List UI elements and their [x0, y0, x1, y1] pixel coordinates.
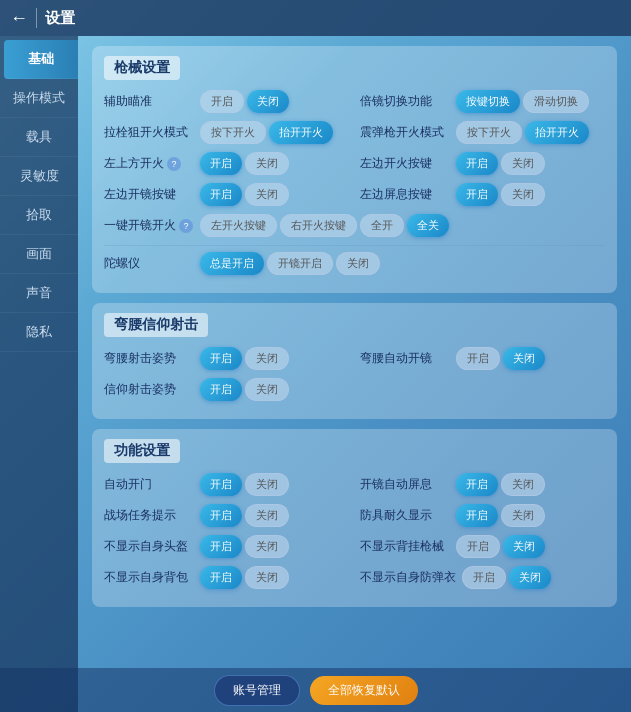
sidebar-item-vehicle[interactable]: 载具 — [0, 118, 78, 157]
no-backpack-off-btn[interactable]: 关闭 — [245, 566, 289, 589]
content-area: 枪械设置 辅助瞄准 开启 关闭 倍镜切换功能 按键切换 滑动切换 — [78, 36, 631, 712]
bolt-mode-btn1[interactable]: 按下开火 — [200, 121, 266, 144]
one-key-btn3[interactable]: 全开 — [360, 214, 404, 237]
battle-task-row: 战场任务提示 开启 关闭 — [104, 504, 350, 527]
left-fire-btn-label: 左边开火按键 — [360, 155, 450, 172]
scope-auto-hide-label: 开镜自动屏息 — [360, 476, 450, 493]
battle-task-on-btn[interactable]: 开启 — [200, 504, 242, 527]
grenade-mode-buttons: 按下开火 抬开开火 — [456, 121, 589, 144]
gyro-btn1[interactable]: 总是开启 — [200, 252, 264, 275]
no-vest-on-btn[interactable]: 开启 — [462, 566, 506, 589]
left-scope-off-btn[interactable]: 关闭 — [245, 183, 289, 206]
one-key-help-icon[interactable]: ? — [179, 219, 193, 233]
battle-task-off-btn[interactable]: 关闭 — [245, 504, 289, 527]
left-scope-btn-label: 左边开镜按键 — [104, 186, 194, 203]
crouch-settings-section: 弯腰信仰射击 弯腰射击姿势 开启 关闭 弯腰自动开镜 开启 关闭 — [92, 303, 617, 419]
crouch-posture-off-btn[interactable]: 关闭 — [245, 347, 289, 370]
left-screen-btn-row: 左边屏息按键 开启 关闭 — [360, 183, 606, 206]
func-row4: 不显示自身背包 开启 关闭 不显示自身防弹衣 开启 关闭 — [104, 566, 605, 589]
sidebar-item-pickup[interactable]: 拾取 — [0, 196, 78, 235]
prone-posture-off-btn[interactable]: 关闭 — [245, 378, 289, 401]
crouch-auto-scope-row: 弯腰自动开镜 开启 关闭 — [360, 347, 606, 370]
battle-task-label: 战场任务提示 — [104, 507, 194, 524]
sidebar-item-sound[interactable]: 声音 — [0, 274, 78, 313]
no-helmet-on-btn[interactable]: 开启 — [200, 535, 242, 558]
no-vest-label: 不显示自身防弹衣 — [360, 569, 456, 586]
sidebar-item-operation[interactable]: 操作模式 — [0, 79, 78, 118]
auto-door-label: 自动开门 — [104, 476, 194, 493]
crouch-auto-scope-off-btn[interactable]: 关闭 — [503, 347, 545, 370]
sidebar-item-privacy[interactable]: 隐私 — [0, 313, 78, 352]
armor-display-off-btn[interactable]: 关闭 — [501, 504, 545, 527]
prone-posture-on-btn[interactable]: 开启 — [200, 378, 242, 401]
crouch-auto-scope-on-btn[interactable]: 开启 — [456, 347, 500, 370]
scope-switch-buttons: 按键切换 滑动切换 — [456, 90, 589, 113]
one-key-btn2[interactable]: 右开火按键 — [280, 214, 357, 237]
left-screen-on-btn[interactable]: 开启 — [456, 183, 498, 206]
upper-left-fire-row: 左上方开火 ? 开启 关闭 — [104, 152, 350, 175]
grenade-mode-btn2[interactable]: 抬开开火 — [525, 121, 589, 144]
scope-switch-btn2[interactable]: 滑动切换 — [523, 90, 589, 113]
sidebar-item-basic[interactable]: 基础 — [4, 40, 78, 79]
one-key-btn1[interactable]: 左开火按键 — [200, 214, 277, 237]
no-vest-off-btn[interactable]: 关闭 — [509, 566, 551, 589]
no-backpack-on-btn[interactable]: 开启 — [200, 566, 242, 589]
no-backgun-on-btn[interactable]: 开启 — [456, 535, 500, 558]
no-backpack-buttons: 开启 关闭 — [200, 566, 289, 589]
gyro-btn3[interactable]: 关闭 — [336, 252, 380, 275]
gyro-btn2[interactable]: 开镜开启 — [267, 252, 333, 275]
sidebar-item-screen[interactable]: 画面 — [0, 235, 78, 274]
left-scope-on-btn[interactable]: 开启 — [200, 183, 242, 206]
armor-display-row: 防具耐久显示 开启 关闭 — [360, 504, 606, 527]
auto-door-off-btn[interactable]: 关闭 — [245, 473, 289, 496]
gyro-buttons: 总是开启 开镜开启 关闭 — [200, 252, 380, 275]
one-key-scope-label: 一键开镜开火 ? — [104, 217, 194, 234]
sidebar: 基础 操作模式 载具 灵敏度 拾取 画面 声音 隐私 — [0, 36, 78, 712]
gun-row2: 拉栓狙开火模式 按下开火 抬开开火 震弹枪开火模式 按下开火 抬开开火 — [104, 121, 605, 144]
scope-switch-btn1[interactable]: 按键切换 — [456, 90, 520, 113]
auto-door-on-btn[interactable]: 开启 — [200, 473, 242, 496]
bolt-mode-btn2[interactable]: 抬开开火 — [269, 121, 333, 144]
aim-assist-on-btn[interactable]: 开启 — [200, 90, 244, 113]
one-key-scope-buttons: 左开火按键 右开火按键 全开 全关 — [200, 214, 449, 237]
upper-left-fire-on-btn[interactable]: 开启 — [200, 152, 242, 175]
auto-door-row: 自动开门 开启 关闭 — [104, 473, 350, 496]
aim-assist-off-btn[interactable]: 关闭 — [247, 90, 289, 113]
func-row1: 自动开门 开启 关闭 开镜自动屏息 开启 关闭 — [104, 473, 605, 496]
gun-section-title: 枪械设置 — [104, 56, 180, 80]
one-key-btn4[interactable]: 全关 — [407, 214, 449, 237]
aim-assist-label: 辅助瞄准 — [104, 93, 194, 110]
reset-all-button[interactable]: 全部恢复默认 — [310, 676, 418, 705]
left-screen-off-btn[interactable]: 关闭 — [501, 183, 545, 206]
left-fire-btn-buttons: 开启 关闭 — [456, 152, 545, 175]
back-button[interactable]: ← — [10, 8, 28, 29]
left-fire-btn-on[interactable]: 开启 — [456, 152, 498, 175]
scope-switch-row: 倍镜切换功能 按键切换 滑动切换 — [360, 90, 606, 113]
no-helmet-off-btn[interactable]: 关闭 — [245, 535, 289, 558]
left-fire-btn-off[interactable]: 关闭 — [501, 152, 545, 175]
account-manage-button[interactable]: 账号管理 — [214, 675, 300, 706]
left-screen-btn-label: 左边屏息按键 — [360, 186, 450, 203]
gun-row1: 辅助瞄准 开启 关闭 倍镜切换功能 按键切换 滑动切换 — [104, 90, 605, 113]
scope-auto-hide-on-btn[interactable]: 开启 — [456, 473, 498, 496]
prone-posture-buttons: 开启 关闭 — [200, 378, 289, 401]
bolt-mode-buttons: 按下开火 抬开开火 — [200, 121, 333, 144]
scope-auto-hide-buttons: 开启 关闭 — [456, 473, 545, 496]
crouch-posture-label: 弯腰射击姿势 — [104, 350, 194, 367]
crouch-auto-scope-buttons: 开启 关闭 — [456, 347, 545, 370]
armor-display-on-btn[interactable]: 开启 — [456, 504, 498, 527]
upper-left-fire-help-icon[interactable]: ? — [167, 157, 181, 171]
sidebar-item-sensitivity[interactable]: 灵敏度 — [0, 157, 78, 196]
crouch-posture-on-btn[interactable]: 开启 — [200, 347, 242, 370]
scope-auto-hide-off-btn[interactable]: 关闭 — [501, 473, 545, 496]
no-backgun-off-btn[interactable]: 关闭 — [503, 535, 545, 558]
auto-door-buttons: 开启 关闭 — [200, 473, 289, 496]
gun-settings-section: 枪械设置 辅助瞄准 开启 关闭 倍镜切换功能 按键切换 滑动切换 — [92, 46, 617, 293]
battle-task-buttons: 开启 关闭 — [200, 504, 289, 527]
upper-left-fire-off-btn[interactable]: 关闭 — [245, 152, 289, 175]
upper-left-fire-buttons: 开启 关闭 — [200, 152, 289, 175]
prone-posture-row: 信仰射击姿势 开启 关闭 — [104, 378, 605, 401]
left-screen-btn-buttons: 开启 关闭 — [456, 183, 545, 206]
header-title: 设置 — [45, 9, 75, 28]
grenade-mode-btn1[interactable]: 按下开火 — [456, 121, 522, 144]
